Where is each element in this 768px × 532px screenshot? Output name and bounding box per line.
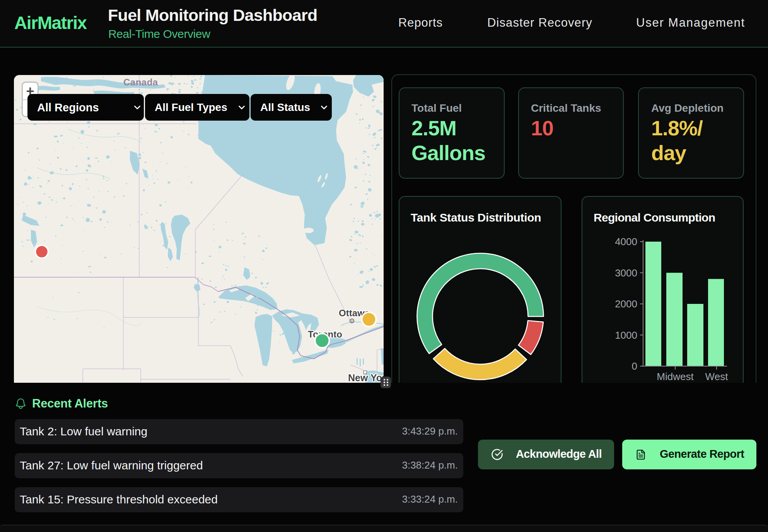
svg-text:Midwest: Midwest xyxy=(657,371,694,382)
svg-text:0: 0 xyxy=(632,360,637,372)
svg-text:2000: 2000 xyxy=(615,298,637,310)
svg-text:Canada: Canada xyxy=(123,77,158,87)
svg-text:3000: 3000 xyxy=(615,267,637,279)
svg-text:1000: 1000 xyxy=(615,329,637,341)
svg-text:West: West xyxy=(705,371,729,382)
svg-text:4000: 4000 xyxy=(615,236,637,247)
